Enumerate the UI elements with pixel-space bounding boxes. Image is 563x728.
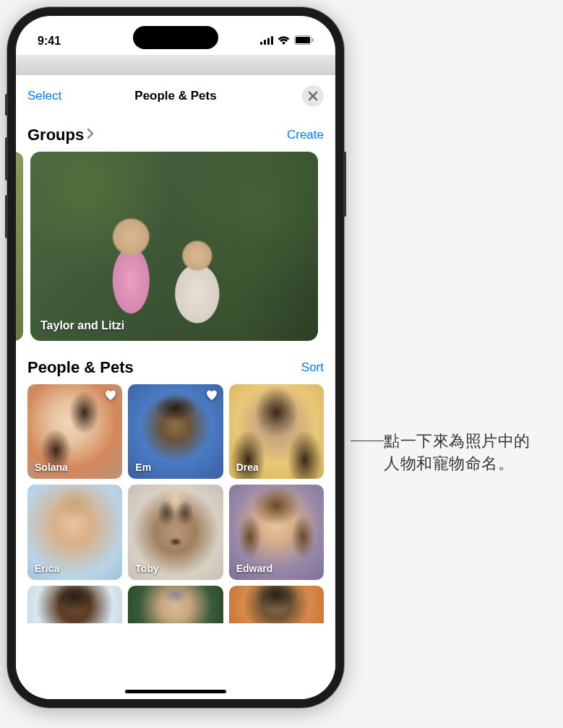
close-icon: [308, 91, 318, 101]
battery-icon: [294, 35, 314, 48]
volume-down-button: [5, 195, 8, 238]
group-label: Taylor and Litzi: [40, 319, 124, 332]
person-name: Erica: [35, 563, 59, 574]
person-tile-toby[interactable]: Toby: [128, 485, 223, 579]
groups-header: Groups Create: [27, 126, 324, 144]
heart-icon: [206, 390, 218, 404]
chevron-right-icon: [87, 128, 94, 143]
people-grid: Solana Em Drea Erica: [27, 384, 324, 580]
status-icons: [260, 35, 314, 48]
person-photo: [128, 586, 223, 623]
person-photo: [229, 586, 324, 623]
person-photo: [27, 586, 122, 623]
person-name: Solana: [35, 462, 68, 473]
person-tile-edward[interactable]: Edward: [229, 485, 324, 579]
volume-up-button: [5, 137, 8, 181]
svg-rect-5: [296, 37, 310, 43]
phone-frame: 9:41 Select People & Pets: [7, 7, 344, 708]
svg-rect-0: [260, 42, 262, 45]
person-name: Edward: [236, 563, 273, 574]
callout-text: 點一下來為照片中的 人物和寵物命名。: [384, 430, 530, 475]
person-tile-solana[interactable]: Solana: [27, 384, 122, 479]
sheet-backdrop: [16, 55, 335, 75]
groups-title-label: Groups: [27, 126, 84, 144]
group-card[interactable]: Taylor and Litzi: [30, 152, 318, 341]
person-tile-partial[interactable]: [128, 586, 223, 623]
cellular-icon: [260, 35, 273, 48]
svg-rect-2: [267, 38, 270, 46]
sort-button[interactable]: Sort: [301, 360, 324, 375]
nav-bar: Select People & Pets: [16, 75, 335, 114]
status-time: 9:41: [38, 35, 61, 48]
callout-line1: 點一下來為照片中的: [384, 432, 530, 450]
callout-line: [351, 441, 384, 441]
people-title: People & Pets: [27, 358, 134, 377]
close-button[interactable]: [302, 85, 324, 107]
select-button[interactable]: Select: [27, 89, 61, 103]
heart-icon: [105, 390, 116, 404]
person-tile-partial[interactable]: [27, 586, 122, 623]
person-name: Toby: [135, 563, 158, 574]
power-button: [343, 152, 346, 217]
person-tile-erica[interactable]: Erica: [27, 485, 122, 579]
person-tile-partial[interactable]: [229, 586, 324, 623]
content: Groups Create Taylor and Litzi People & …: [16, 114, 335, 699]
people-header: People & Pets Sort: [27, 358, 324, 377]
silence-switch: [5, 94, 8, 116]
screen: 9:41 Select People & Pets: [16, 16, 335, 699]
svg-rect-6: [312, 38, 314, 42]
create-button[interactable]: Create: [287, 128, 324, 142]
sheet: Select People & Pets Groups Create: [16, 75, 335, 699]
person-tile-em[interactable]: Em: [128, 384, 223, 479]
callout-line2: 人物和寵物命名。: [384, 454, 514, 472]
people-grid-overflow: [27, 586, 324, 623]
svg-rect-1: [264, 40, 266, 45]
groups-carousel[interactable]: Taylor and Litzi: [16, 152, 324, 341]
group-card-previous[interactable]: [16, 152, 23, 341]
home-indicator[interactable]: [125, 690, 226, 693]
person-tile-drea[interactable]: Drea: [229, 384, 324, 479]
page-title: People & Pets: [134, 89, 216, 103]
person-name: Drea: [236, 462, 259, 473]
svg-rect-3: [271, 36, 273, 45]
person-name: Em: [135, 462, 151, 473]
wifi-icon: [278, 35, 290, 48]
groups-title[interactable]: Groups: [27, 126, 94, 144]
dynamic-island: [133, 26, 218, 49]
callout: 點一下來為照片中的 人物和寵物命名。: [351, 430, 530, 475]
